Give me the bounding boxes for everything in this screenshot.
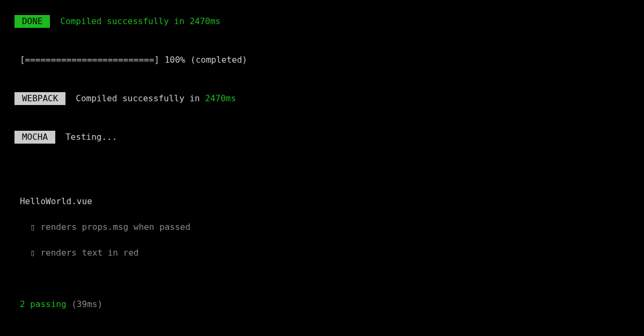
- blank-line: [4, 169, 640, 182]
- mocha-badge-label: MOCHA: [22, 132, 48, 142]
- checkmark-icon: ▯: [14, 222, 40, 232]
- blank-line: [4, 156, 640, 169]
- blank-line: [4, 272, 640, 285]
- progress-percent: 100%: [165, 55, 186, 65]
- done-badge-label: DONE: [22, 16, 43, 26]
- webpack-time: 2470ms: [205, 93, 236, 103]
- passing-duration: (39ms): [71, 299, 103, 309]
- done-badge: DONE: [14, 15, 50, 28]
- webpack-text: Compiled successfully in: [65, 93, 205, 103]
- webpack-badge: WEBPACK: [14, 92, 65, 105]
- blank-line: [4, 144, 640, 156]
- test-result-line: ▯ renders props.msg when passed: [4, 208, 640, 234]
- terminal-line-webpack: WEBPACK Compiled successfully in 2470ms: [4, 79, 640, 105]
- suite-name-line: HelloWorld.vue: [4, 182, 640, 208]
- checkmark-icon: ▯: [14, 248, 40, 258]
- done-text: Compiled successfully in: [60, 16, 189, 26]
- mocha-badge: MOCHA: [14, 131, 55, 144]
- done-time: 2470ms: [189, 16, 221, 26]
- done-spacing: [50, 16, 60, 26]
- terminal-line-done: DONE Compiled successfully in 2470ms: [4, 2, 640, 28]
- blank-line: [4, 259, 640, 272]
- suite-name: HelloWorld.vue: [14, 196, 92, 206]
- terminal-line-mocha-start: MOCHA Testing...: [4, 118, 640, 144]
- blank-line: [4, 28, 640, 41]
- blank-line: [4, 105, 640, 118]
- summary-line: 2 passing (39ms): [4, 285, 640, 311]
- mocha-text: Testing...: [55, 132, 118, 142]
- progress-bar: [=========================]: [14, 55, 164, 65]
- test-name: renders text in red: [40, 248, 138, 258]
- passing-count: 2 passing: [14, 299, 71, 309]
- progress-status: (completed): [185, 55, 247, 65]
- progress-line: [=========================] 100% (comple…: [4, 41, 640, 66]
- test-name: renders props.msg when passed: [40, 222, 190, 232]
- test-result-line: ▯ renders text in red: [4, 234, 640, 259]
- terminal-line-mocha-done: MOCHA Tests completed successfully: [4, 324, 640, 336]
- blank-line: [4, 311, 640, 324]
- blank-line: [4, 66, 640, 79]
- webpack-badge-label: WEBPACK: [22, 93, 58, 103]
